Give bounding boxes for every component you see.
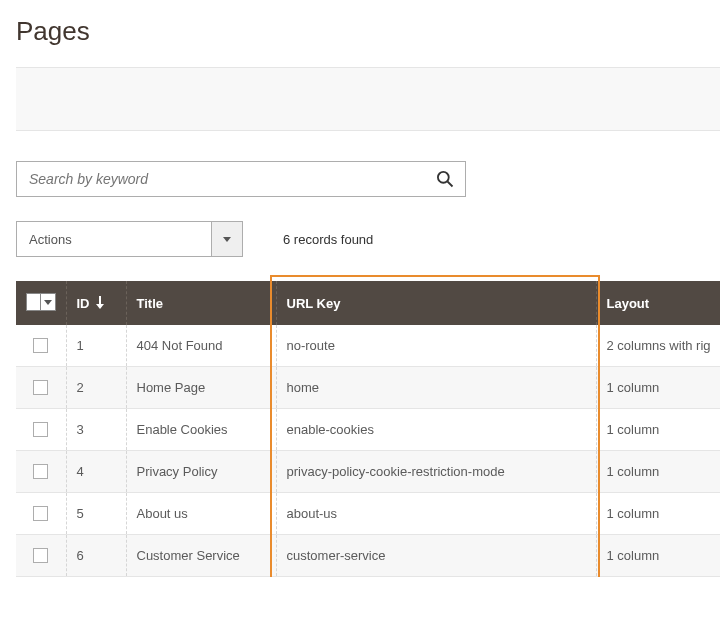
table-row[interactable]: 4Privacy Policyprivacy-policy-cookie-res…: [16, 451, 720, 493]
cell-url-key: customer-service: [276, 535, 596, 577]
cell-id: 3: [66, 409, 126, 451]
grid-wrap: ID Title URL Key Layout 1404 Not Foundno…: [16, 281, 720, 577]
select-all-checkbox[interactable]: [26, 293, 56, 311]
cell-title: Customer Service: [126, 535, 276, 577]
cell-title: About us: [126, 493, 276, 535]
col-header-id-label: ID: [77, 296, 90, 311]
cell-title: Privacy Policy: [126, 451, 276, 493]
table-row[interactable]: 2Home Pagehome1 column: [16, 367, 720, 409]
col-header-layout[interactable]: Layout: [596, 281, 720, 325]
cell-layout: 1 column: [596, 451, 720, 493]
cell-id: 1: [66, 325, 126, 367]
row-checkbox[interactable]: [33, 548, 48, 563]
col-header-id[interactable]: ID: [66, 281, 126, 325]
cell-id: 6: [66, 535, 126, 577]
cell-layout: 2 columns with rig: [596, 325, 720, 367]
cell-url-key: home: [276, 367, 596, 409]
cell-url-key: about-us: [276, 493, 596, 535]
records-found: 6 records found: [283, 232, 373, 247]
col-header-select[interactable]: [16, 281, 66, 325]
col-header-title[interactable]: Title: [126, 281, 276, 325]
table-row[interactable]: 1404 Not Foundno-route2 columns with rig: [16, 325, 720, 367]
chevron-down-icon: [44, 300, 52, 305]
row-checkbox[interactable]: [33, 380, 48, 395]
row-checkbox[interactable]: [33, 506, 48, 521]
search-field-wrap: [16, 161, 466, 197]
table-row[interactable]: 5About usabout-us1 column: [16, 493, 720, 535]
search-icon[interactable]: [435, 169, 455, 189]
table-row[interactable]: 3Enable Cookiesenable-cookies1 column: [16, 409, 720, 451]
cell-title: Enable Cookies: [126, 409, 276, 451]
cell-layout: 1 column: [596, 409, 720, 451]
cell-id: 2: [66, 367, 126, 409]
toolbar-band: [16, 67, 720, 131]
search-input[interactable]: [27, 170, 435, 188]
cell-url-key: enable-cookies: [276, 409, 596, 451]
actions-toggle[interactable]: [211, 221, 243, 257]
table-row[interactable]: 6Customer Servicecustomer-service1 colum…: [16, 535, 720, 577]
row-checkbox[interactable]: [33, 338, 48, 353]
col-header-url-key[interactable]: URL Key: [276, 281, 596, 325]
sort-desc-icon: [96, 296, 104, 310]
row-checkbox[interactable]: [33, 464, 48, 479]
search-row: [16, 161, 720, 197]
actions-dropdown[interactable]: Actions: [16, 221, 243, 257]
cell-id: 5: [66, 493, 126, 535]
cell-title: Home Page: [126, 367, 276, 409]
row-checkbox[interactable]: [33, 422, 48, 437]
cell-layout: 1 column: [596, 535, 720, 577]
cell-layout: 1 column: [596, 367, 720, 409]
cell-url-key: no-route: [276, 325, 596, 367]
pages-grid: ID Title URL Key Layout 1404 Not Foundno…: [16, 281, 720, 577]
cell-title: 404 Not Found: [126, 325, 276, 367]
controls-row: Actions 6 records found: [16, 221, 720, 257]
cell-url-key: privacy-policy-cookie-restriction-mode: [276, 451, 596, 493]
svg-line-1: [448, 182, 453, 187]
svg-point-0: [438, 172, 449, 183]
page-title: Pages: [16, 16, 720, 47]
chevron-down-icon: [223, 237, 231, 242]
cell-id: 4: [66, 451, 126, 493]
cell-layout: 1 column: [596, 493, 720, 535]
actions-label: Actions: [16, 221, 211, 257]
